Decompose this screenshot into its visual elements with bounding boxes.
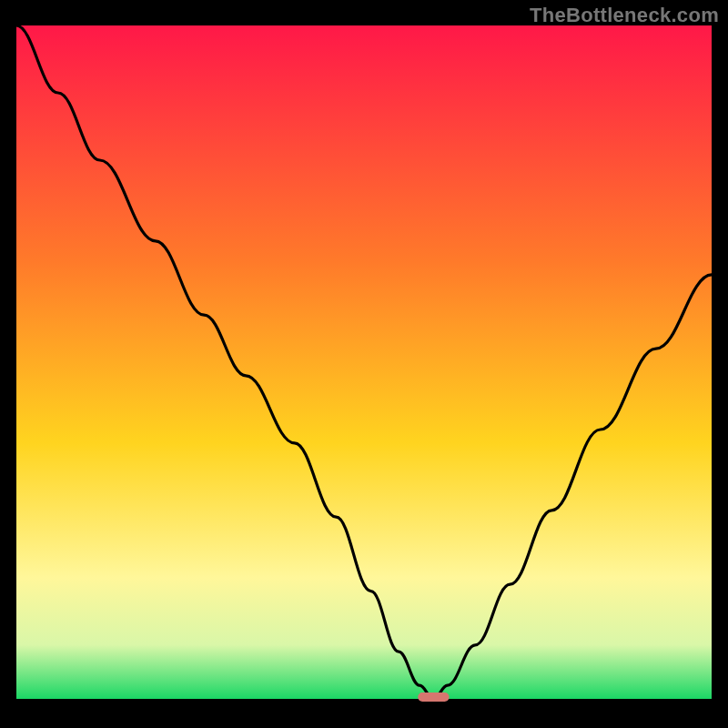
chart-stage: TheBottleneck.com bbox=[0, 0, 728, 728]
optimal-marker bbox=[418, 693, 449, 702]
bottleneck-chart bbox=[0, 0, 728, 728]
gradient-background bbox=[16, 25, 712, 699]
